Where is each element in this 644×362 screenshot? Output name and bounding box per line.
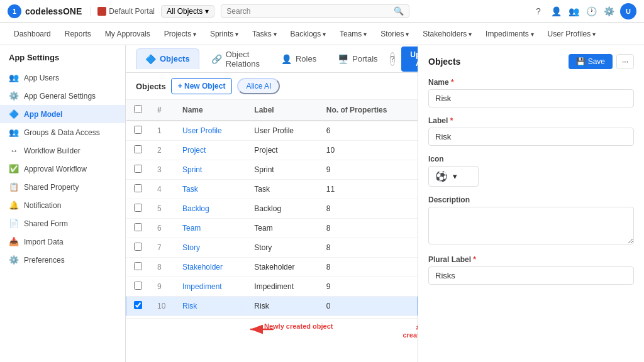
groups-icon: 👥 [9,128,19,137]
help-icon[interactable]: ? [532,5,545,18]
icon-selector[interactable]: ⚽ ▾ [428,166,479,187]
sidebar-item-label: Import Data [24,238,64,246]
row-name-link[interactable]: Task [182,185,198,194]
row-name-link[interactable]: User Profile [182,126,222,135]
table-row[interactable]: 10 Risk Risk 0 [126,297,418,316]
row-name[interactable]: Project [175,141,247,160]
label-input[interactable] [428,128,634,146]
tab-portals[interactable]: 🖥️ Portals [328,48,387,70]
table-row[interactable]: 5 Backlog Backlog 8 [126,199,418,219]
nav-tasks[interactable]: Tasks [246,26,282,42]
table-row[interactable]: 3 Sprint Sprint 9 [126,160,418,180]
more-options-button[interactable]: ··· [616,54,634,69]
update-app-main-button[interactable]: Update App [401,47,418,72]
sidebar-item-import-data[interactable]: 📥 Import Data [0,233,125,251]
sidebar-item-approval-workflow[interactable]: ✅ Approval Workflow [0,160,125,178]
row-checkbox[interactable] [134,204,142,212]
row-name-link[interactable]: Backlog [182,204,209,213]
sidebar-item-workflow-builder[interactable]: ↔️ Workflow Builder [0,141,125,160]
field-description-group: Description [428,195,634,246]
nav-user-profiles[interactable]: User Profiles [541,26,602,42]
row-checkbox[interactable] [134,223,142,231]
sidebar-item-app-model[interactable]: 🔷 App Model [0,105,125,123]
row-name-link[interactable]: Stakeholder [182,263,223,272]
table-row[interactable]: 7 Story Story 8 [126,238,418,258]
sidebar-item-shared-property[interactable]: 📋 Shared Property [0,178,125,196]
sidebar-item-app-users[interactable]: 👥 App Users [0,69,125,87]
table-row[interactable]: 9 Impediment Impediment 9 [126,277,418,297]
select-all-checkbox[interactable] [134,105,142,113]
row-label: Task [247,180,318,199]
row-name[interactable]: Task [175,180,247,199]
row-name-link[interactable]: Sprint [182,165,202,174]
row-name-link[interactable]: Story [182,243,200,252]
description-textarea[interactable] [428,207,634,244]
row-name[interactable]: Risk [175,297,247,316]
row-label: Impediment [247,277,318,297]
nav-backlogs[interactable]: Backlogs [284,26,332,42]
all-objects-button[interactable]: All Objects ▾ [161,5,214,18]
sidebar-item-general-settings[interactable]: ⚙️ App General Settings [0,87,125,105]
row-checkbox[interactable] [134,184,142,192]
settings-icon[interactable]: ⚙️ [602,5,615,18]
person-icon[interactable]: 👤 [550,5,562,18]
table-row[interactable]: 1 User Profile User Profile 6 [126,121,418,141]
row-checkbox[interactable] [134,145,142,153]
row-name[interactable]: User Profile [175,121,247,141]
sidebar-item-groups[interactable]: 👥 Groups & Data Access [0,123,125,141]
nav-teams[interactable]: Teams [333,26,373,42]
nav-stories[interactable]: Stories [374,26,415,42]
search-input[interactable] [226,7,394,16]
history-icon[interactable]: 🕐 [585,5,597,18]
row-num: 1 [150,121,175,141]
row-checkbox[interactable] [134,243,142,251]
new-object-button[interactable]: + New Object [171,78,233,94]
alice-ai-button[interactable]: Alice AI [237,78,280,94]
avatar[interactable]: U [620,3,636,19]
row-name-link[interactable]: Impediment [182,282,222,291]
save-button[interactable]: 💾 Save [569,54,613,69]
row-props: 9 [319,277,418,297]
nav-approvals[interactable]: My Approvals [99,26,157,42]
table-row[interactable]: 6 Team Team 8 [126,219,418,238]
row-name-link[interactable]: Team [182,224,201,233]
nav-projects[interactable]: Projects [158,26,203,42]
row-checkbox[interactable] [134,301,142,309]
tab-roles[interactable]: 👤 Roles [272,48,326,70]
panel-header: Objects 💾 Save ··· [428,54,634,69]
row-checkbox[interactable] [134,282,142,290]
users-icon[interactable]: 👥 [567,5,580,18]
plural-label-input[interactable] [428,266,634,285]
row-name-link[interactable]: Project [182,146,206,155]
row-name-link[interactable]: Risk [182,302,197,310]
row-name[interactable]: Impediment [175,277,247,297]
row-num: 7 [150,238,175,258]
row-checkbox[interactable] [134,126,142,134]
table-row[interactable]: 4 Task Task 11 [126,180,418,199]
row-name[interactable]: Stakeholder [175,258,247,277]
sidebar-item-notification[interactable]: 🔔 Notification [0,196,125,214]
nav-impediments[interactable]: Impediments [479,26,540,42]
tab-help-icon[interactable]: ? [390,52,396,66]
portal-label: Default Portal [109,7,155,16]
table-row[interactable]: 8 Stakeholder Stakeholder 8 [126,258,418,277]
row-name[interactable]: Sprint [175,160,247,180]
general-settings-icon: ⚙️ [9,91,19,101]
row-name[interactable]: Story [175,238,247,258]
row-checkbox[interactable] [134,165,142,173]
nav-stakeholders[interactable]: Stakeholders [416,26,478,42]
nav-sprints[interactable]: Sprints [204,26,245,42]
nav-reports[interactable]: Reports [58,26,97,42]
table-row[interactable]: 2 Project Project 10 [126,141,418,160]
row-name[interactable]: Team [175,219,247,238]
sidebar-item-shared-form[interactable]: 📄 Shared Form [0,214,125,233]
row-name[interactable]: Backlog [175,199,247,219]
row-num: 9 [150,277,175,297]
tab-objects[interactable]: 🔷 Objects [136,48,199,70]
nav-dashboard[interactable]: Dashboard [8,26,57,42]
tab-object-relations[interactable]: 🔗 Object Relations [202,45,269,74]
row-checkbox[interactable] [134,262,142,270]
tab-portals-label: Portals [352,54,377,63]
sidebar-item-preferences[interactable]: ⚙️ Preferences [0,251,125,269]
name-input[interactable] [428,89,634,107]
